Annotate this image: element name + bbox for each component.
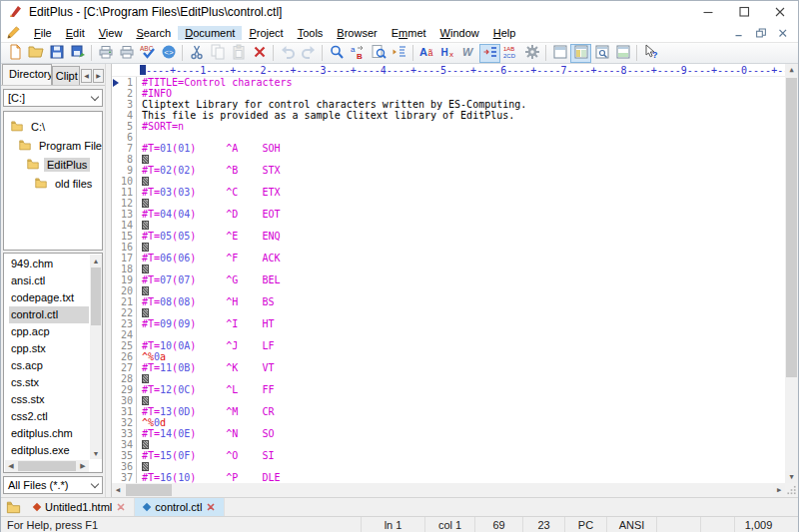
scrollbar-thumb[interactable] xyxy=(126,484,172,496)
close-tab-icon[interactable] xyxy=(117,501,125,513)
scroll-down-icon[interactable]: ▼ xyxy=(90,447,102,459)
tab-scroll-right-icon[interactable]: ▶ xyxy=(93,69,104,83)
control-character-glyph xyxy=(142,440,149,449)
file-item[interactable]: editplus.exe xyxy=(9,442,89,459)
indent-button[interactable] xyxy=(389,44,409,63)
tree-item-label: Program Files xyxy=(36,139,103,153)
file-item[interactable]: cpp.acp xyxy=(9,323,89,340)
file-item[interactable]: css2.ctl xyxy=(9,408,89,425)
menu-search[interactable]: Search xyxy=(129,26,178,40)
undo-button[interactable] xyxy=(277,44,298,63)
undo-icon xyxy=(280,44,296,62)
output-button[interactable] xyxy=(612,44,633,63)
scroll-up-icon[interactable]: ▲ xyxy=(90,255,102,266)
paste-button[interactable] xyxy=(228,44,249,63)
tree-item[interactable]: EditPlus xyxy=(4,155,102,174)
save-button[interactable] xyxy=(46,44,67,63)
file-item[interactable]: ansi.ctl xyxy=(9,272,89,289)
copy-button[interactable] xyxy=(207,44,228,63)
scroll-right-icon[interactable]: ▶ xyxy=(773,483,785,497)
code-view[interactable]: 1#TITLE=Control characters2#INFO3Cliptex… xyxy=(112,77,785,483)
sidebar-tab-clipt[interactable]: Clipt xyxy=(52,66,80,85)
file-filter-select[interactable]: All Files (*.*) xyxy=(3,476,103,494)
cursor-line-marker-icon xyxy=(113,79,119,87)
hex-button[interactable]: Hx xyxy=(437,44,458,63)
ruler-button[interactable]: 1AB2CD xyxy=(500,44,521,63)
print-setup-button[interactable] xyxy=(95,44,116,63)
save-all-button[interactable] xyxy=(67,44,88,63)
file-item[interactable]: css.stx xyxy=(9,391,89,408)
file-item[interactable]: editplus.chm xyxy=(9,425,89,442)
scroll-up-icon[interactable]: ▲ xyxy=(785,64,798,76)
menu-help[interactable]: Help xyxy=(486,26,523,40)
control-character-glyph xyxy=(142,396,149,405)
menu-tools[interactable]: Tools xyxy=(291,26,331,40)
editor-vertical-scrollbar[interactable]: ▲ ▼ xyxy=(785,64,798,483)
case-button[interactable]: Aã xyxy=(416,44,437,63)
file-item[interactable]: cs.stx xyxy=(9,374,89,391)
maximize-button[interactable] xyxy=(726,1,762,23)
file-item[interactable]: cs.acp xyxy=(9,357,89,374)
find-button[interactable] xyxy=(326,44,347,63)
menu-view[interactable]: View xyxy=(92,26,130,40)
context-help-button[interactable]: ? xyxy=(640,44,661,63)
file-list-horizontal-scrollbar[interactable]: ◀ ▶ xyxy=(5,460,89,472)
new-file-button[interactable] xyxy=(4,44,25,63)
editor-area[interactable]: ----+----1----+----2----+----3----+----4… xyxy=(111,64,798,497)
find-in-files-button[interactable] xyxy=(368,44,389,63)
file-item[interactable]: 949.chm xyxy=(9,256,89,272)
mdi-restore-button[interactable] xyxy=(750,25,772,41)
cut-button[interactable] xyxy=(186,44,207,63)
tree-item[interactable]: C:\ xyxy=(4,117,102,136)
doc-tab-control.ctl[interactable]: control.ctl xyxy=(135,498,225,516)
file-list-vertical-scrollbar[interactable]: ▲ ▼ xyxy=(90,255,102,459)
tree-item[interactable]: Program Files xyxy=(4,136,102,155)
print-button[interactable] xyxy=(116,44,137,63)
scroll-left-icon[interactable]: ◀ xyxy=(112,483,124,497)
mdi-minimize-button[interactable] xyxy=(728,25,750,41)
editor-horizontal-scrollbar[interactable]: ◀ ▶ xyxy=(112,483,785,497)
folder-icon[interactable] xyxy=(1,498,25,516)
scroll-right-icon[interactable]: ▶ xyxy=(77,460,89,472)
menu-emmet[interactable]: Emmet xyxy=(385,26,433,40)
menu-window[interactable]: Window xyxy=(433,26,486,40)
menu-edit[interactable]: Edit xyxy=(59,26,92,40)
line-text: #T=12(0C) ^L FF xyxy=(137,384,275,395)
scroll-left-icon[interactable]: ◀ xyxy=(5,460,17,472)
delete-button[interactable] xyxy=(249,44,270,63)
minimize-button[interactable] xyxy=(690,1,726,23)
scrollbar-thumb[interactable] xyxy=(786,78,797,377)
replace-button[interactable]: aB xyxy=(347,44,368,63)
status-pc-mode: PC xyxy=(564,517,606,532)
resize-grip[interactable] xyxy=(782,517,798,532)
line-numbers-button[interactable] xyxy=(479,44,500,63)
mdi-close-button[interactable] xyxy=(772,25,794,41)
sidebar-button[interactable] xyxy=(570,44,591,63)
menu-file[interactable]: File xyxy=(27,26,59,40)
fullscreen-button[interactable] xyxy=(549,44,570,63)
doc-tab-untitled1.html[interactable]: Untitled1.html xyxy=(25,498,135,516)
scrollbar-thumb[interactable] xyxy=(91,267,101,325)
code-view-button[interactable]: <> xyxy=(158,44,179,63)
menu-document[interactable]: Document xyxy=(178,26,242,40)
file-item[interactable]: codepage.txt xyxy=(9,289,89,306)
redo-button[interactable] xyxy=(298,44,319,63)
file-item[interactable]: cpp.stx xyxy=(9,340,89,357)
bookmark-margin xyxy=(112,384,120,395)
close-button[interactable] xyxy=(762,1,798,23)
preview-button[interactable] xyxy=(591,44,612,63)
menu-project[interactable]: Project xyxy=(242,26,290,40)
file-item[interactable]: control.ctl xyxy=(9,306,89,323)
menu-browser[interactable]: Browser xyxy=(330,26,384,40)
spell-check-button[interactable]: ABC xyxy=(137,44,158,63)
drive-select[interactable]: [C:] xyxy=(3,89,103,107)
open-folder-button[interactable] xyxy=(25,44,46,63)
wrap-button[interactable]: W xyxy=(458,44,479,63)
settings-button[interactable] xyxy=(521,44,542,63)
scroll-down-icon[interactable]: ▼ xyxy=(785,471,798,483)
close-tab-icon[interactable] xyxy=(207,501,215,513)
scrollbar-thumb[interactable] xyxy=(18,461,76,471)
tab-scroll-left-icon[interactable]: ◀ xyxy=(81,69,92,83)
sidebar-tab-directory[interactable]: Directory xyxy=(2,64,52,85)
tree-item[interactable]: old files xyxy=(4,174,102,193)
